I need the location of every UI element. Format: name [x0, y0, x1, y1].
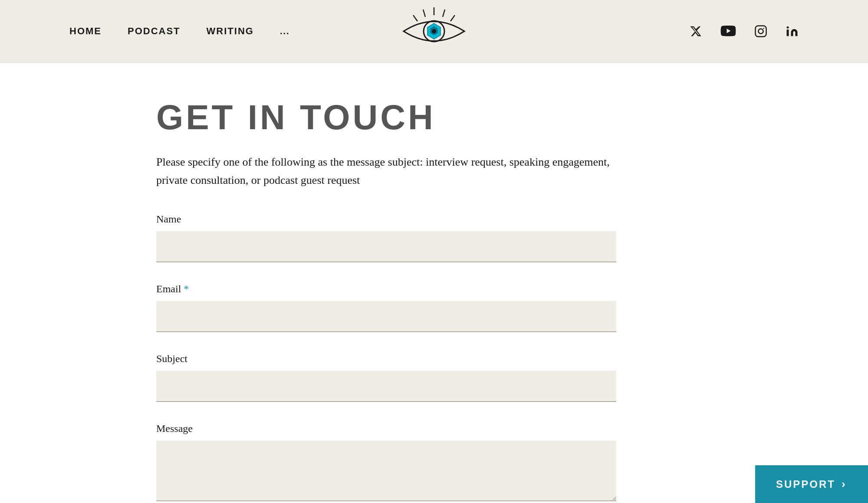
social-icons — [689, 25, 799, 38]
instagram-icon[interactable] — [754, 25, 767, 38]
nav-writing[interactable]: WRItinG — [207, 26, 254, 37]
message-label: Message — [156, 423, 616, 434]
svg-line-3 — [443, 10, 445, 17]
svg-point-8 — [432, 29, 436, 33]
required-indicator: * — [184, 283, 189, 294]
email-label: Email * — [156, 283, 616, 295]
support-button[interactable]: SUPPORT › — [755, 465, 868, 503]
form-group-subject: Subject — [156, 353, 616, 402]
subject-label: Subject — [156, 353, 616, 365]
support-label: SUPPORT — [776, 478, 835, 490]
subject-input[interactable] — [156, 371, 616, 402]
nav-more[interactable]: ... — [280, 26, 290, 37]
svg-line-2 — [413, 15, 418, 21]
nav-podcast[interactable]: PODCAST — [128, 26, 181, 37]
form-group-message: Message — [156, 423, 616, 503]
nav-left: HOME PODCAST WRItinG ... — [69, 26, 289, 37]
support-chevron-icon: › — [842, 477, 847, 491]
nav-home[interactable]: HOME — [69, 26, 102, 37]
email-input[interactable] — [156, 301, 616, 332]
main-content: GET IN TOUCH Please specify one of the f… — [0, 63, 868, 503]
message-textarea[interactable] — [156, 441, 616, 501]
page-title: GET IN TOUCH — [156, 98, 799, 137]
form-group-email: Email * — [156, 283, 616, 332]
name-label: Name — [156, 213, 616, 225]
page-description: Please specify one of the following as t… — [156, 153, 616, 189]
linkedin-icon[interactable] — [786, 25, 799, 38]
contact-form: Name Email * Subject Message — [156, 213, 616, 503]
site-logo[interactable] — [399, 7, 469, 55]
twitter-icon[interactable] — [689, 25, 702, 37]
youtube-icon[interactable] — [720, 26, 736, 37]
svg-point-11 — [763, 28, 765, 29]
site-header: HOME PODCAST WRItinG ... — [0, 0, 868, 63]
svg-line-4 — [450, 15, 455, 21]
form-group-name: Name — [156, 213, 616, 262]
svg-point-10 — [758, 29, 763, 33]
name-input[interactable] — [156, 231, 616, 262]
svg-line-1 — [423, 10, 425, 17]
svg-rect-9 — [756, 26, 766, 37]
